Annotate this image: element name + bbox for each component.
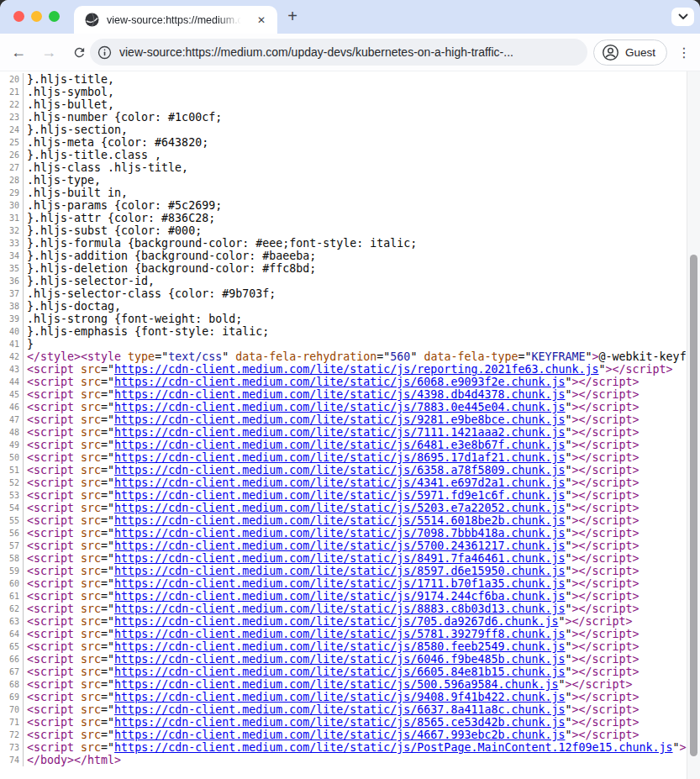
script-src-link[interactable]: https://cdn-client.medium.com/lite/stati… xyxy=(114,388,565,401)
url-text[interactable]: view-source:https://medium.com/upday-dev… xyxy=(119,45,513,59)
window-zoom-button[interactable] xyxy=(49,11,60,22)
source-line: 23.hljs-number {color: #1c00cf; xyxy=(0,111,700,124)
script-src-link[interactable]: https://cdn-client.medium.com/lite/stati… xyxy=(114,426,565,439)
token-text: .hljs-strong {font-weight: bold; xyxy=(27,313,242,325)
code-text: .hljs-params {color: #5c2699; xyxy=(24,199,700,212)
script-src-link[interactable]: https://cdn-client.medium.com/lite/stati… xyxy=(114,413,565,426)
script-src-link[interactable]: https://cdn-client.medium.com/lite/stati… xyxy=(114,565,565,577)
token-tag: <script xyxy=(27,703,74,716)
script-src-link[interactable]: https://cdn-client.medium.com/lite/stati… xyxy=(114,666,565,678)
source-line: 74</body></html> xyxy=(0,754,700,766)
forward-button[interactable]: → xyxy=(37,34,61,71)
script-src-link[interactable]: https://cdn-client.medium.com/lite/stati… xyxy=(114,476,565,489)
script-src-link[interactable]: https://cdn-client.medium.com/lite/stati… xyxy=(114,540,565,552)
code-text: <script src="https://cdn-client.medium.c… xyxy=(24,439,700,451)
script-src-link[interactable]: https://cdn-client.medium.com/lite/stati… xyxy=(114,363,598,376)
browser-tab[interactable]: view-source:https://medium.c ✕ xyxy=(74,6,277,34)
token-tag: <script xyxy=(27,489,74,502)
script-src-link[interactable]: https://cdn-client.medium.com/lite/stati… xyxy=(114,439,565,451)
token-text: " xyxy=(565,653,571,666)
token-text xyxy=(74,439,81,451)
script-src-link[interactable]: https://cdn-client.medium.com/lite/stati… xyxy=(114,691,565,703)
script-src-link[interactable]: https://cdn-client.medium.com/lite/stati… xyxy=(114,489,565,502)
token-tag: ></script> xyxy=(572,691,639,703)
token-tag: <script xyxy=(27,464,74,476)
token-attr: src xyxy=(81,401,101,413)
script-src-link[interactable]: https://cdn-client.medium.com/lite/stati… xyxy=(114,577,565,590)
token-tag: ></script> xyxy=(572,476,639,489)
token-text xyxy=(74,716,81,729)
token-attr: src xyxy=(81,489,101,502)
script-src-link[interactable]: https://cdn-client.medium.com/lite/stati… xyxy=(114,678,558,691)
code-text: .hljs-selector-class {color: #9b703f; xyxy=(24,287,700,300)
source-line: 54<script src="https://cdn-client.medium… xyxy=(0,502,700,514)
line-number: 23 xyxy=(0,111,24,124)
script-src-link[interactable]: https://cdn-client.medium.com/lite/stati… xyxy=(114,603,565,615)
source-line: 50<script src="https://cdn-client.medium… xyxy=(0,451,700,464)
view-source-content: 20}.hljs-title,21.hljs-symbol,22.hljs-bu… xyxy=(0,71,700,779)
token-attr: src xyxy=(81,527,101,540)
scrollbar-track[interactable] xyxy=(687,71,700,779)
script-src-link[interactable]: https://cdn-client.medium.com/lite/stati… xyxy=(114,451,565,464)
line-number: 56 xyxy=(0,527,24,540)
script-src-link[interactable]: https://cdn-client.medium.com/lite/stati… xyxy=(114,741,672,754)
line-number: 62 xyxy=(0,603,24,615)
token-tag: </body></html> xyxy=(27,754,121,766)
token-attr: type xyxy=(128,350,155,363)
script-src-link[interactable]: https://cdn-client.medium.com/lite/stati… xyxy=(114,376,565,388)
source-line: 44<script src="https://cdn-client.medium… xyxy=(0,376,700,388)
tab-list-button[interactable] xyxy=(671,8,694,26)
reload-button[interactable] xyxy=(67,34,91,71)
token-tag: ></script> xyxy=(572,489,639,502)
token-tag: ></script> xyxy=(572,401,639,413)
script-src-link[interactable]: https://cdn-client.medium.com/lite/stati… xyxy=(114,628,565,640)
token-text: " xyxy=(565,666,571,678)
token-tag: <script xyxy=(27,476,74,489)
script-src-link[interactable]: https://cdn-client.medium.com/lite/stati… xyxy=(114,502,565,514)
token-text: =" xyxy=(101,413,114,426)
token-tag: <script xyxy=(27,388,74,401)
token-attr: src xyxy=(81,376,101,388)
script-src-link[interactable]: https://cdn-client.medium.com/lite/stati… xyxy=(114,527,565,540)
script-src-link[interactable]: https://cdn-client.medium.com/lite/stati… xyxy=(114,640,565,653)
token-attr: src xyxy=(81,514,101,527)
token-tag: <script xyxy=(27,527,74,540)
token-attr: src xyxy=(81,678,101,691)
line-number: 43 xyxy=(0,363,24,376)
script-src-link[interactable]: https://cdn-client.medium.com/lite/stati… xyxy=(114,514,565,527)
token-tag: ></script> xyxy=(572,388,639,401)
script-src-link[interactable]: https://cdn-client.medium.com/lite/stati… xyxy=(114,464,565,476)
url-bar[interactable]: view-source:https://medium.com/upday-dev… xyxy=(90,39,587,66)
script-src-link[interactable]: https://cdn-client.medium.com/lite/stati… xyxy=(114,552,565,565)
script-src-link[interactable]: https://cdn-client.medium.com/lite/stati… xyxy=(114,615,558,628)
token-text: .hljs-number {color: #1c00cf; xyxy=(27,111,222,124)
window-close-button[interactable] xyxy=(13,11,24,22)
source-line: 63<script src="https://cdn-client.medium… xyxy=(0,615,700,628)
script-src-link[interactable]: https://cdn-client.medium.com/lite/stati… xyxy=(114,590,565,603)
script-src-link[interactable]: https://cdn-client.medium.com/lite/stati… xyxy=(114,729,565,741)
scrollbar-thumb[interactable] xyxy=(690,255,697,756)
code-text: .hljs-built_in, xyxy=(24,187,700,199)
token-text xyxy=(74,603,81,615)
script-src-link[interactable]: https://cdn-client.medium.com/lite/stati… xyxy=(114,653,565,666)
guest-profile-button[interactable]: Guest xyxy=(593,39,667,66)
new-tab-button[interactable]: + xyxy=(282,7,303,27)
source-line: 36}.hljs-selector-id, xyxy=(0,275,700,287)
source-line: 38}.hljs-doctag, xyxy=(0,300,700,313)
info-icon[interactable] xyxy=(97,45,112,60)
tab-close-icon[interactable]: ✕ xyxy=(254,13,269,28)
script-src-link[interactable]: https://cdn-client.medium.com/lite/stati… xyxy=(114,703,565,716)
browser-menu-button[interactable]: ⋮ xyxy=(674,34,694,71)
window-minimize-button[interactable] xyxy=(31,11,42,22)
window-controls xyxy=(13,11,60,22)
source-line: 22.hljs-bullet, xyxy=(0,98,700,111)
token-text: =" xyxy=(376,350,390,363)
token-text: " xyxy=(410,350,424,363)
line-number: 64 xyxy=(0,628,24,640)
token-text: =" xyxy=(101,376,114,388)
line-number: 51 xyxy=(0,464,24,476)
script-src-link[interactable]: https://cdn-client.medium.com/lite/stati… xyxy=(114,401,565,413)
back-button[interactable]: ← xyxy=(7,34,30,71)
script-src-link[interactable]: https://cdn-client.medium.com/lite/stati… xyxy=(114,716,565,729)
source-line: 33}.hljs-formula {background-color: #eee… xyxy=(0,237,700,250)
